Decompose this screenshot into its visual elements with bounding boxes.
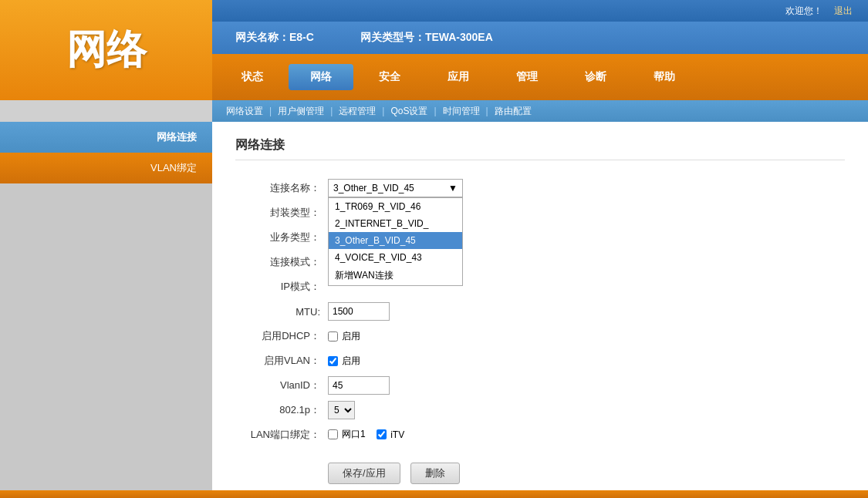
- sidebar-item-vlan-bind[interactable]: VLAN绑定: [0, 153, 212, 183]
- dhcp-checkbox-label[interactable]: 启用: [328, 330, 845, 343]
- connection-mode-label: 连接模式：: [235, 250, 328, 274]
- dot1p-label: 802.1p：: [235, 398, 328, 422]
- logout-link[interactable]: 退出: [834, 5, 853, 18]
- service-type-label: 业务类型：: [235, 225, 328, 250]
- encap-type-label: 封装类型：: [235, 200, 328, 225]
- lan-bind-label: LAN端口绑定：: [235, 422, 328, 447]
- network-form: 连接名称： 3_Other_B_VID_45 ▼ 1_TR069_R_VID_4…: [235, 176, 845, 447]
- mtu-input[interactable]: [328, 302, 390, 321]
- vlan-id-label: VlanID：: [235, 373, 328, 398]
- logo: 网络: [66, 23, 147, 77]
- sidebar: 网络连接 VLAN绑定: [0, 122, 212, 498]
- nav-app[interactable]: 应用: [426, 64, 491, 90]
- dropdown-option-3[interactable]: 3_Other_B_VID_45: [329, 232, 462, 249]
- sub-nav: 网络设置 | 用户侧管理 | 远程管理 | QoS设置 | 时间管理 | 路由配…: [212, 100, 868, 122]
- subnav-remote-manage[interactable]: 远程管理: [333, 105, 382, 118]
- dhcp-checkbox[interactable]: [328, 331, 338, 342]
- vlan-checkbox-text: 启用: [342, 355, 360, 368]
- nav-network[interactable]: 网络: [289, 64, 353, 90]
- lan-port1-checkbox[interactable]: [328, 429, 338, 439]
- itv-label[interactable]: iTV: [377, 429, 404, 440]
- lan-port1-label[interactable]: 网口1: [328, 428, 366, 441]
- dropdown-option-new-wan[interactable]: 新增WAN连接: [329, 266, 462, 285]
- connection-name-dropdown[interactable]: 3_Other_B_VID_45 ▼ 1_TR069_R_VID_46 2_IN…: [328, 179, 463, 197]
- dropdown-list: 1_TR069_R_VID_46 2_INTERNET_B_VID_ 3_Oth…: [328, 197, 463, 286]
- welcome-text: 欢迎您！: [785, 5, 822, 18]
- gateway-name: 网关名称：E8-C: [235, 31, 314, 45]
- subnav-routing[interactable]: 路由配置: [488, 105, 538, 118]
- vlan-label: 启用VLAN：: [235, 348, 328, 373]
- delete-button[interactable]: 删除: [410, 463, 460, 484]
- dropdown-selected-value: 3_Other_B_VID_45: [333, 183, 414, 193]
- subnav-user-manage[interactable]: 用户侧管理: [272, 105, 330, 118]
- sidebar-item-network-connection[interactable]: 网络连接: [0, 122, 212, 153]
- vlan-id-input[interactable]: [328, 376, 390, 395]
- dhcp-checkbox-text: 启用: [342, 330, 360, 343]
- chevron-down-icon: ▼: [448, 183, 458, 193]
- nav-status[interactable]: 状态: [220, 64, 285, 90]
- nav-security[interactable]: 安全: [357, 64, 422, 90]
- dropdown-option-4[interactable]: 4_VOICE_R_VID_43: [329, 249, 462, 266]
- nav-manage[interactable]: 管理: [495, 64, 559, 90]
- dhcp-label: 启用DHCP：: [235, 324, 328, 348]
- subnav-qos[interactable]: QoS设置: [384, 105, 434, 118]
- nav-help[interactable]: 帮助: [632, 64, 697, 90]
- save-button[interactable]: 保存/应用: [328, 463, 400, 484]
- vlan-checkbox-label[interactable]: 启用: [328, 355, 845, 368]
- subnav-network-settings[interactable]: 网络设置: [220, 105, 269, 118]
- content-area: 网络连接 连接名称： 3_Other_B_VID_45 ▼ 1_TR069_R_…: [212, 122, 868, 498]
- itv-text: iTV: [390, 429, 404, 440]
- nav-diagnose[interactable]: 诊断: [563, 64, 628, 90]
- dropdown-option-2[interactable]: 2_INTERNET_B_VID_: [329, 215, 462, 232]
- mtu-label: MTU:: [235, 299, 328, 324]
- itv-checkbox[interactable]: [377, 429, 387, 439]
- dropdown-display[interactable]: 3_Other_B_VID_45 ▼: [328, 179, 463, 197]
- form-buttons: 保存/应用 删除: [328, 463, 845, 484]
- dropdown-option-1[interactable]: 1_TR069_R_VID_46: [329, 198, 462, 215]
- main-nav: 状态 网络 安全 应用 管理 诊断 帮助: [212, 54, 868, 100]
- vlan-checkbox[interactable]: [328, 356, 338, 366]
- page-title: 网络连接: [235, 137, 845, 160]
- dot1p-select[interactable]: 5 0 1 2 3 4 6 7: [328, 401, 355, 419]
- lan-port1-text: 网口1: [342, 428, 366, 441]
- ip-mode-label: IP模式：: [235, 274, 328, 299]
- subnav-time[interactable]: 时间管理: [437, 105, 486, 118]
- gateway-type: 网关类型号：TEWA-300EA: [360, 31, 493, 45]
- bottom-bar: [0, 490, 868, 498]
- connection-name-label: 连接名称：: [235, 176, 328, 200]
